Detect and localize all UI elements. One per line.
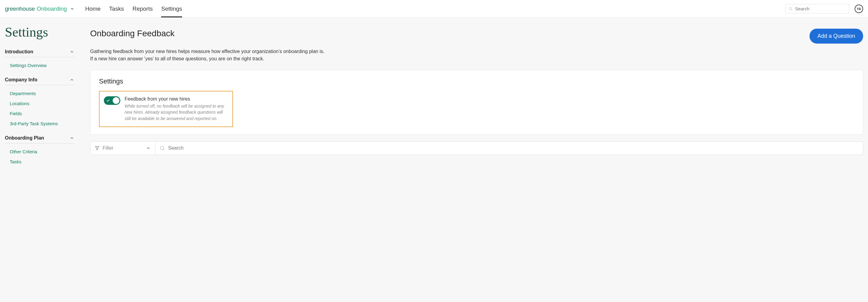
filter-row: Filter: [90, 142, 863, 155]
page-title: Settings: [5, 24, 74, 40]
card-title: Settings: [99, 78, 854, 85]
avatar[interactable]: YA: [855, 5, 863, 13]
sidebar-section-company-info: Company Info Departments Locations Field…: [5, 74, 74, 130]
filter-icon: [95, 146, 100, 151]
check-icon: [106, 99, 110, 102]
toggle-knob: [113, 97, 119, 104]
feedback-toggle-box: Feedback from your new hires While turne…: [99, 91, 233, 127]
description-line2: If a new hire can answer 'yes' to all of…: [90, 55, 863, 62]
sidebar-section-introduction: Introduction Settings Overview: [5, 46, 74, 72]
feedback-toggle[interactable]: [104, 96, 120, 105]
brand-text-greenhouse: greenhouse: [5, 5, 35, 12]
main-content: Onboarding Feedback Add a Question Gathe…: [79, 18, 868, 170]
settings-card: Settings Feedback from your new hires Wh…: [90, 70, 863, 135]
svg-point-3: [160, 146, 164, 150]
main-title: Onboarding Feedback: [90, 29, 175, 38]
section-title: Company Info: [5, 77, 37, 83]
brand-logo[interactable]: greenhouse Onboarding: [5, 5, 74, 12]
toggle-label: Feedback from your new hires: [125, 96, 228, 102]
add-question-button[interactable]: Add a Question: [809, 29, 863, 43]
filter-label: Filter: [103, 145, 114, 151]
svg-line-4: [163, 149, 164, 150]
sidebar-item-settings-overview[interactable]: Settings Overview: [10, 60, 74, 70]
chevron-up-icon: [69, 49, 74, 54]
nav-home[interactable]: Home: [85, 0, 101, 18]
list-search-input[interactable]: [168, 145, 859, 151]
top-nav: greenhouse Onboarding Home Tasks Reports…: [0, 0, 868, 18]
list-search[interactable]: [155, 142, 863, 155]
nav-items: Home Tasks Reports Settings: [85, 0, 182, 18]
sidebar-item-other-criteria[interactable]: Other Criteria: [10, 147, 74, 157]
sidebar-item-tasks[interactable]: Tasks: [10, 157, 74, 167]
search-icon: [788, 6, 793, 11]
global-search-input[interactable]: [795, 6, 846, 11]
sidebar-section-onboarding-plan: Onboarding Plan Other Criteria Tasks: [5, 132, 74, 169]
section-title: Onboarding Plan: [5, 135, 44, 141]
main-description: Gathering feedback from your new hires h…: [90, 48, 863, 62]
section-title: Introduction: [5, 49, 33, 55]
sidebar: Settings Introduction Settings Overview …: [0, 18, 79, 170]
section-header-company-info[interactable]: Company Info: [5, 74, 74, 85]
filter-dropdown[interactable]: Filter: [90, 142, 155, 155]
sidebar-item-departments[interactable]: Departments: [10, 88, 74, 98]
nav-reports[interactable]: Reports: [132, 0, 153, 18]
toggle-description: While turned off, no feedback will be as…: [125, 103, 228, 122]
svg-point-0: [789, 7, 792, 10]
nav-tasks[interactable]: Tasks: [109, 0, 124, 18]
search-icon: [160, 145, 165, 151]
section-header-introduction[interactable]: Introduction: [5, 46, 74, 57]
sidebar-item-fields[interactable]: Fields: [10, 109, 74, 119]
chevron-down-icon: [146, 146, 151, 151]
sidebar-item-locations[interactable]: Locations: [10, 98, 74, 109]
chevron-up-icon: [69, 78, 74, 82]
brand-text-onboarding: Onboarding: [36, 5, 67, 12]
nav-settings[interactable]: Settings: [161, 0, 182, 18]
svg-line-1: [791, 9, 792, 10]
svg-marker-2: [95, 147, 99, 150]
description-line1: Gathering feedback from your new hires h…: [90, 48, 863, 55]
chevron-down-icon[interactable]: [70, 7, 74, 11]
sidebar-item-3rd-party[interactable]: 3rd-Party Task Systems: [10, 119, 74, 129]
global-search[interactable]: [785, 4, 849, 13]
section-header-onboarding-plan[interactable]: Onboarding Plan: [5, 132, 74, 144]
chevron-up-icon: [69, 135, 74, 141]
